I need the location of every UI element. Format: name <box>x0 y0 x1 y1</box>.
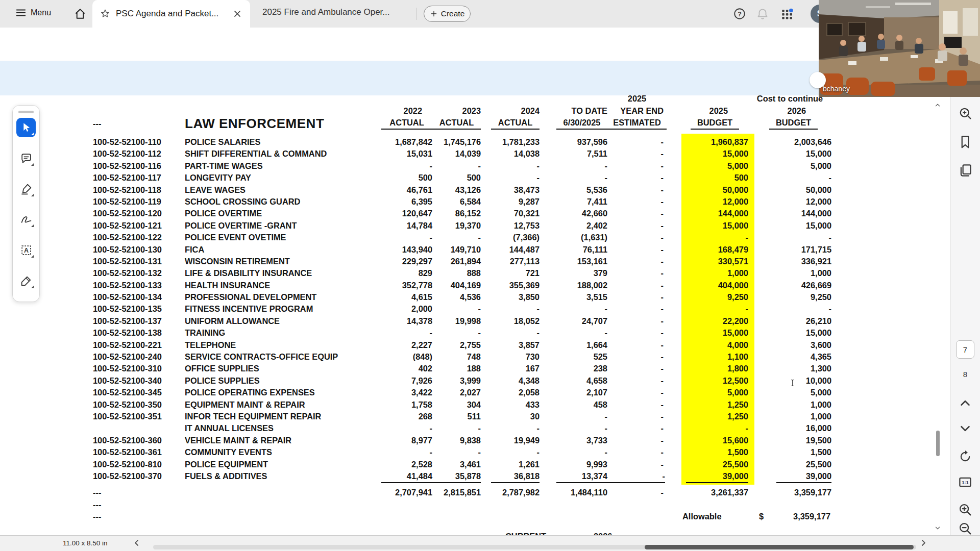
add-text-tool-button[interactable]: A <box>16 240 36 260</box>
horizontal-scrollbar[interactable] <box>153 545 916 549</box>
home-icon[interactable] <box>74 7 87 20</box>
table-header-row: ACTUALACTUALACTUAL6/30/2025ESTIMATEDBUDG… <box>0 117 950 130</box>
cell-value: 1,758 <box>358 399 432 411</box>
header-cell: BUDGET <box>667 117 748 130</box>
scroll-down-icon[interactable] <box>933 524 942 532</box>
cell-account-code: 100-52-52100-137 <box>93 315 185 327</box>
cell-account-code: 100-52-52100-240 <box>93 351 185 363</box>
cell-value: 2,227 <box>358 339 432 351</box>
scroll-left-icon[interactable] <box>132 538 142 548</box>
cell-value: 12,500 <box>667 375 748 387</box>
cell-value: 24,707 <box>554 315 607 327</box>
highlight-tool-button[interactable] <box>16 179 36 198</box>
cell-total-value: 3,261,337 <box>667 487 748 498</box>
table-row: 100-52-52100-137UNIFORM ALLOWANCE14,3781… <box>0 315 950 327</box>
tab-fire-ambulance[interactable]: 2025 Fire and Ambulance Oper... <box>262 7 390 17</box>
cell-value: - <box>607 160 667 172</box>
table-row: 100-52-52100-130FICA143,940149,710144,48… <box>0 244 950 256</box>
cell-value: - <box>607 363 667 374</box>
add-text-icon: A <box>20 244 33 257</box>
menu-button[interactable]: Menu <box>15 7 51 18</box>
current-page-badge[interactable]: 7 <box>956 340 974 359</box>
cell-value: 336,921 <box>748 256 831 267</box>
create-button[interactable]: Create <box>424 6 471 22</box>
cell-value: 38,473 <box>486 184 554 196</box>
cell-value: 143,940 <box>358 244 432 256</box>
horizontal-scrollbar-thumb[interactable] <box>645 545 914 549</box>
next-page-number: 8 <box>951 370 979 379</box>
cell-description: UNIFORM ALLOWANCE <box>185 315 358 327</box>
zoom-in-icon[interactable] <box>958 502 973 517</box>
cell-account-code: 100-52-52100-131 <box>93 256 185 267</box>
header-cell: ACTUAL <box>358 117 432 130</box>
header-cell: 2023 <box>432 105 486 117</box>
cell-value: 14,038 <box>486 148 554 160</box>
tab-title: PSC Agenda and Packet... <box>116 9 227 19</box>
webcam-video: bchaney <box>819 0 980 97</box>
rotate-icon[interactable] <box>958 449 973 464</box>
cell-value: 35,878 <box>432 470 486 483</box>
cell-value: 404,000 <box>667 280 748 291</box>
close-icon[interactable] <box>232 8 243 19</box>
sign-tool-button[interactable] <box>16 271 36 290</box>
table-row: 100-52-52100-134PROFESSIONAL DEVELOPMENT… <box>0 291 950 303</box>
cell-description: EQUIPMENT MAINT & REPAIR <box>185 399 358 411</box>
draw-tool-button[interactable] <box>16 210 36 229</box>
cell-value: 15,600 <box>667 435 748 446</box>
cell-value: 120,647 <box>358 208 432 219</box>
cell-value: - <box>432 160 486 172</box>
cell-value: 9,250 <box>667 291 748 303</box>
page-size-label: 11.00 x 8.50 in <box>63 539 108 547</box>
cell-value: 3,857 <box>486 339 554 351</box>
table-row: 100-52-52100-112SHIFT DIFFERENTIAL & COM… <box>0 148 950 160</box>
comment-tool-button[interactable] <box>16 148 36 168</box>
cell-account-code: 100-52-52100-310 <box>93 363 185 374</box>
cell-value: 50,000 <box>748 184 831 196</box>
allowable-row: ---Allowable$3,359,177 <box>0 511 950 522</box>
cell-account-code: 100-52-52100-122 <box>93 232 185 243</box>
tab-psc-agenda[interactable]: PSC Agenda and Packet... <box>92 0 250 28</box>
select-tool-button[interactable] <box>16 118 36 137</box>
zoom-out-icon[interactable] <box>958 521 973 536</box>
cell-value: 500 <box>358 172 432 184</box>
bookmarks-icon[interactable] <box>958 134 973 149</box>
cell-value: 748 <box>432 351 486 363</box>
svg-text:1:1: 1:1 <box>962 480 969 485</box>
cell-value: 8,977 <box>358 435 432 446</box>
cell-account-code: --- <box>93 511 185 522</box>
cell-value: - <box>486 303 554 315</box>
next-section-partial: 2026 <box>594 532 612 535</box>
header-cell: 2025 <box>667 105 748 117</box>
help-icon[interactable]: ? <box>733 7 746 20</box>
page-down-icon[interactable] <box>958 421 973 436</box>
cell-value: - <box>486 172 554 184</box>
webcam-control-button[interactable] <box>810 72 826 88</box>
header-cell: YEAR END <box>607 105 667 117</box>
cell-value: 1,781,233 <box>486 136 554 148</box>
scroll-right-icon[interactable] <box>918 538 928 548</box>
cell-value: 12,753 <box>486 220 554 232</box>
cell-value: 1,250 <box>667 399 748 411</box>
cell-account-code: 100-52-52100-133 <box>93 280 185 291</box>
actual-size-icon[interactable]: 1:1 <box>958 474 973 490</box>
table-row: 100-52-52100-135FITNESS INCENTIVE PROGRA… <box>0 303 950 315</box>
pages-icon[interactable] <box>958 163 973 178</box>
table-row: 100-52-52100-133HEALTH INSURANCE352,7784… <box>0 280 950 291</box>
page-up-icon[interactable] <box>958 395 973 411</box>
vertical-scrollbar-thumb[interactable] <box>936 431 940 456</box>
apps-grid-icon[interactable] <box>780 7 794 20</box>
pdf-page[interactable]: --- LAW ENFORCEMENT 2025Cost to continue… <box>0 95 950 535</box>
cell-description: POLICE OVERTIME -GRANT <box>185 220 358 232</box>
notifications-icon[interactable] <box>756 7 769 20</box>
cell-value: 36,818 <box>486 470 554 483</box>
quick-tools-rail: A <box>12 105 40 302</box>
cell-value: 1,500 <box>667 446 748 458</box>
star-icon[interactable] <box>100 8 111 19</box>
cell-description: LIFE & DISABILITY INSURANCE <box>185 267 358 279</box>
rail-drag-handle[interactable] <box>18 111 34 113</box>
cell-value: 1,800 <box>667 363 748 374</box>
cell-description: TRAINING <box>185 327 358 339</box>
ai-search-icon[interactable] <box>958 106 973 121</box>
table-row: IT ANNUAL LICENSES------16,000 <box>0 422 950 434</box>
scroll-up-icon[interactable] <box>933 102 942 109</box>
